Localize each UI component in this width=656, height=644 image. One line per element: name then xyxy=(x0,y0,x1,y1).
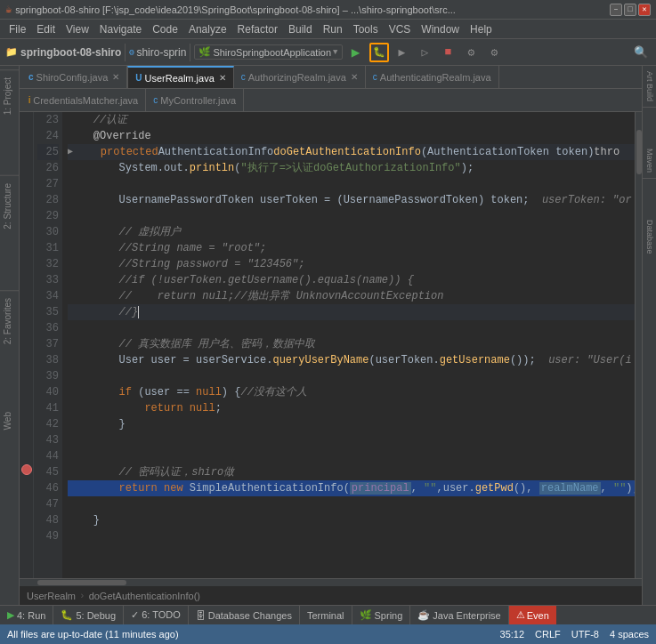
scroll-thumb-h[interactable] xyxy=(37,580,126,585)
toolbar-sep1 xyxy=(125,44,126,61)
code-line-38: User user = userService.queryUserByName(… xyxy=(68,352,635,368)
bottom-tabs: ▶4: Run 🐛5: Debug ✓ 6: TODO 🗄Database Ch… xyxy=(0,605,656,624)
code-content[interactable]: //认证 @Override ▶ protected Authenticatio… xyxy=(62,112,635,578)
sidebar-item-favorites[interactable]: 2: Favorites xyxy=(0,290,19,351)
close-icon-shiroconfig[interactable]: ✕ xyxy=(112,72,119,82)
toolbar-btn-3[interactable]: ▶ xyxy=(393,43,412,62)
tab-authorizingrealm[interactable]: c AuthorizingRealm.java ✕ xyxy=(234,66,366,88)
close-icon-userrealm[interactable]: ✕ xyxy=(219,73,226,83)
java-icon-2: U xyxy=(135,73,142,83)
right-panel-database[interactable]: Database xyxy=(643,214,656,260)
code-line-36 xyxy=(68,320,635,336)
breadcrumb-method[interactable]: doGetAuthenticationInfo() xyxy=(89,591,200,601)
close-icon-authorizingrealm[interactable]: ✕ xyxy=(351,72,358,82)
bottom-tab-javaenterprise[interactable]: ☕Java Enterprise xyxy=(410,606,508,624)
tab-authenticatingrealm-label: AuthenticatingRealm.java xyxy=(380,72,491,83)
bottom-tab-todo[interactable]: ✓ 6: TODO xyxy=(124,606,189,624)
menu-help[interactable]: Help xyxy=(465,21,498,37)
line-num-25: 25 xyxy=(37,144,59,160)
tabs-row2: i CredentialsMatcher.java c MyController… xyxy=(20,89,642,112)
sidebar-item-project[interactable]: 1: Project xyxy=(0,69,19,122)
menu-navigate[interactable]: Navigate xyxy=(94,21,147,37)
status-bar: All files are up-to-date (11 minutes ago… xyxy=(0,624,656,644)
bottom-tab-event[interactable]: ⚠Even xyxy=(509,606,556,624)
breadcrumb-userrealm[interactable]: UserRealm xyxy=(27,591,76,601)
tab-shiroconfig[interactable]: c ShiroConfig.java ✕ xyxy=(21,66,127,88)
config-icon: ⚙ xyxy=(129,47,134,58)
project-icon: 📁 xyxy=(5,46,18,58)
code-line-33: //if (!userToken.getUsername().equals(na… xyxy=(68,272,635,288)
line-num-43: 43 xyxy=(37,432,59,448)
close-button[interactable]: ✕ xyxy=(638,4,651,16)
right-panel-artbuild[interactable]: Art Build xyxy=(643,66,656,108)
left-sidebar: 1: Project 2: Structure 2: Favorites Web xyxy=(0,66,20,605)
bottom-tab-terminal[interactable]: Terminal xyxy=(300,606,352,624)
run-config-selector[interactable]: 🌿 ShiroSpringbootApplication ▼ xyxy=(194,44,342,60)
stop-button[interactable]: ■ xyxy=(439,43,458,62)
line-num-29: 29 xyxy=(37,208,59,224)
menu-edit[interactable]: Edit xyxy=(31,21,61,37)
sidebar-item-structure[interactable]: 2: Structure xyxy=(0,175,19,237)
vertical-scrollbar[interactable] xyxy=(635,112,642,578)
bottom-tab-spring[interactable]: 🌿Spring xyxy=(352,606,411,624)
menu-analyze[interactable]: Analyze xyxy=(183,21,232,37)
gutter xyxy=(20,112,34,578)
line-num-47: 47 xyxy=(37,496,59,512)
menu-tools[interactable]: Tools xyxy=(348,21,384,37)
encoding[interactable]: UTF-8 xyxy=(571,629,599,640)
project-selector[interactable]: 📁 springboot-08-shiro xyxy=(5,46,121,59)
config-selector[interactable]: ⚙ shiro-sprin xyxy=(129,46,186,59)
run-button[interactable]: ▶ xyxy=(346,43,366,62)
je-icon: ☕ xyxy=(417,609,430,621)
search-button[interactable]: 🔍 xyxy=(631,43,651,62)
menu-refactor[interactable]: Refactor xyxy=(232,21,283,37)
debug-button[interactable]: 🐛 xyxy=(369,43,389,62)
tab-mycontroller[interactable]: c MyController.java xyxy=(146,89,244,111)
horizontal-scrollbar[interactable] xyxy=(20,578,642,585)
menu-file[interactable]: File xyxy=(4,21,31,37)
line-num-24: 24 xyxy=(37,128,59,144)
tab-userrealm[interactable]: U UserRealm.java ✕ xyxy=(127,66,233,88)
code-line-35: //} xyxy=(68,304,635,320)
line-separator[interactable]: CRLF xyxy=(535,629,561,640)
scroll-thumb-v[interactable] xyxy=(636,130,642,174)
sidebar-item-web[interactable]: Web xyxy=(0,405,19,437)
breadcrumb: UserRealm › doGetAuthenticationInfo() xyxy=(20,585,642,605)
debug-icon: 🐛 xyxy=(373,46,385,58)
line-num-38: 38 xyxy=(37,352,59,368)
bottom-tab-run[interactable]: ▶4: Run xyxy=(0,606,53,624)
indent[interactable]: 4 spaces xyxy=(610,629,649,640)
minimize-button[interactable]: – xyxy=(610,4,622,16)
bottom-tab-dbchanges[interactable]: 🗄Database Changes xyxy=(189,606,300,624)
cursor-position[interactable]: 35:12 xyxy=(500,629,525,640)
code-line-46: return new SimpleAuthenticationInfo(prin… xyxy=(68,480,635,496)
code-line-34: // return null;//抛出异常 UnknovnAccountExce… xyxy=(68,288,635,304)
code-line-24: @Override xyxy=(68,128,635,144)
event-icon: ⚠ xyxy=(516,609,525,621)
menu-build[interactable]: Build xyxy=(283,21,318,37)
menu-window[interactable]: Window xyxy=(416,21,465,37)
code-line-48: } xyxy=(68,512,635,528)
tab-shiroconfig-label: ShiroConfig.java xyxy=(36,72,109,83)
menu-view[interactable]: View xyxy=(61,21,94,37)
toolbar-btn-5[interactable]: ⚙ xyxy=(462,43,482,62)
toolbar-btn-4[interactable]: ▷ xyxy=(416,43,435,62)
tab-credentialsmatcher[interactable]: i CredentialsMatcher.java xyxy=(21,89,146,111)
tab-mycontroller-label: MyController.java xyxy=(160,95,236,106)
right-panel-maven[interactable]: Maven xyxy=(643,143,656,179)
config-name: shiro-sprin xyxy=(136,46,186,59)
tab-authenticatingrealm[interactable]: c AuthenticatingRealm.java xyxy=(366,66,499,88)
maximize-button[interactable]: □ xyxy=(624,4,636,16)
toolbar-sep2 xyxy=(190,44,190,61)
menu-code[interactable]: Code xyxy=(147,21,183,37)
menu-vcs[interactable]: VCS xyxy=(384,21,417,37)
spring-tab-icon: 🌿 xyxy=(360,609,372,621)
toolbar-btn-6[interactable]: ⚙ xyxy=(485,43,505,62)
coverage-icon: ▷ xyxy=(422,45,429,60)
line-num-40: 40 xyxy=(37,384,59,400)
breakpoint-45[interactable] xyxy=(21,464,32,475)
code-line-26: System.out.println("执行了=>认证doGetAuthoriz… xyxy=(68,160,635,176)
bottom-tab-debug[interactable]: 🐛5: Debug xyxy=(53,606,124,624)
line-num-26: 26 xyxy=(37,160,59,176)
menu-run[interactable]: Run xyxy=(318,21,348,37)
